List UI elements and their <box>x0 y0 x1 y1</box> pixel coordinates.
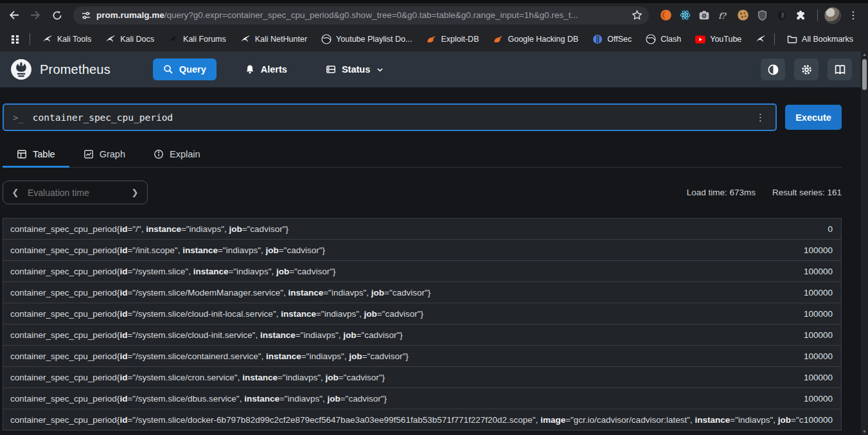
prometheus-header: Prometheus Query Alerts Status <box>0 51 861 87</box>
bookmark-label: Kali Docs <box>120 35 154 44</box>
scroll-up-icon[interactable]: ▲ <box>862 51 867 58</box>
series-value: 100000 <box>804 330 833 340</box>
scroll-down-icon[interactable]: ▼ <box>862 429 867 435</box>
all-bookmarks-button[interactable]: All Bookmarks <box>781 31 859 47</box>
series-selector: container_spec_cpu_period{id="/system.sl… <box>10 373 804 382</box>
site-settings-icon[interactable] <box>81 10 91 21</box>
bookmarks-bar: Kali ToolsKali DocsKali ForumsKali NetHu… <box>0 27 868 51</box>
series-value: 100000 <box>804 245 833 255</box>
bookmark-item[interactable]: Exploit-DB <box>420 31 484 47</box>
react-atom-icon[interactable] <box>678 9 691 22</box>
back-button[interactable] <box>4 6 23 25</box>
browser-menu-button[interactable]: ⋮ <box>844 6 863 25</box>
tab-graph[interactable]: Graph <box>69 143 139 167</box>
expression-text[interactable]: container_spec_cpu_period <box>33 112 753 123</box>
bookmark-item[interactable]: Kali Linux <box>750 31 768 47</box>
table-row: container_spec_cpu_period{id="/", instan… <box>3 218 842 240</box>
nav-alerts[interactable]: Alerts <box>235 58 297 80</box>
forward-button[interactable] <box>26 6 45 25</box>
table-row: container_spec_cpu_period{id="/system.sl… <box>3 324 842 346</box>
nav-status[interactable]: Status <box>315 58 394 80</box>
prometheus-page: Prometheus Query Alerts Status <box>0 51 868 435</box>
table-row: container_spec_cpu_period{id="/system.sl… <box>3 409 842 431</box>
result-series: Result series: 161 <box>772 188 842 197</box>
theme-toggle-button[interactable] <box>761 58 785 80</box>
time-forward-icon[interactable]: ❯ <box>130 188 139 197</box>
series-selector: container_spec_cpu_period{id="/system.sl… <box>10 351 804 361</box>
panel-controls: ❮ Evaluation time ❯ Load time: 673ms Res… <box>3 181 842 204</box>
series-value: 100000 <box>804 267 833 276</box>
profile-avatar[interactable] <box>824 7 841 24</box>
orange-comet-icon[interactable] <box>659 9 672 22</box>
bookmark-label: Youtube Playlist Do... <box>336 35 412 44</box>
series-selector: container_spec_cpu_period{id="/", instan… <box>10 224 828 234</box>
bookmark-item[interactable]: Kali NetHunter <box>235 31 313 47</box>
bookmark-label: Google Hacking DB <box>508 35 578 44</box>
table-row: container_spec_cpu_period{id="/system.sl… <box>3 387 842 409</box>
series-selector: container_spec_cpu_period{id="/system.sl… <box>10 330 804 340</box>
cookie-icon[interactable] <box>736 9 749 22</box>
series-value: 100000 <box>804 309 833 319</box>
expression-input[interactable]: >_ container_spec_cpu_period ⋮ <box>3 103 777 131</box>
bookmark-item[interactable]: Google Hacking DB <box>487 31 584 47</box>
table-row: container_spec_cpu_period{id="/system.sl… <box>3 281 842 303</box>
series-value: 100000 <box>804 351 833 361</box>
bookmark-item[interactable]: Youtube Playlist Do... <box>315 31 418 47</box>
offsec-icon <box>592 34 603 44</box>
execute-button[interactable]: Execute <box>785 105 842 130</box>
nav-query[interactable]: Query <box>153 58 217 80</box>
url-host: prom.rumalg.me <box>96 10 164 20</box>
series-value: 100000 <box>804 288 833 297</box>
tab-table[interactable]: Table <box>3 143 69 167</box>
bookmarks-divider-right <box>774 33 775 45</box>
series-value: 100000 <box>804 415 833 425</box>
evaluation-time-input[interactable]: Evaluation time <box>28 188 130 198</box>
extension-icons: f? <box>655 9 811 22</box>
reload-button[interactable] <box>48 6 67 25</box>
bookmark-item[interactable]: Kali Tools <box>37 31 97 47</box>
input-menu-icon[interactable]: ⋮ <box>753 112 768 123</box>
bookmark-label: OffSec <box>607 35 632 44</box>
table-row: container_spec_cpu_period{id="/system.sl… <box>3 345 842 367</box>
bookmark-star-icon[interactable] <box>632 10 642 21</box>
bookmark-item[interactable]: Clash <box>640 31 687 47</box>
page-scrollbar[interactable]: ▲ ▼ <box>861 51 868 435</box>
shield-gray-icon[interactable] <box>756 9 768 22</box>
time-back-icon[interactable]: ❮ <box>11 188 20 197</box>
bookmark-item[interactable]: Kali Forums <box>163 31 232 47</box>
tab-explain-label: Explain <box>170 149 200 159</box>
all-bookmarks-label: All Bookmarks <box>802 35 853 44</box>
bookmark-item[interactable]: Kali Docs <box>100 31 160 47</box>
toolbar-divider <box>817 10 818 21</box>
chevron-down-icon <box>376 66 384 74</box>
browser-toolbar: prom.rumalg.me/query?g0.expr=container_s… <box>0 3 868 27</box>
bookmark-label: Kali Tools <box>57 35 91 44</box>
tab-explain[interactable]: Explain <box>139 143 215 167</box>
bookmark-label: YouTube <box>710 35 741 44</box>
server-stack-icon <box>326 64 336 75</box>
bookmark-label: Kali Forums <box>183 35 226 44</box>
url-text: prom.rumalg.me/query?g0.expr=container_s… <box>96 10 626 20</box>
table-icon <box>17 149 27 159</box>
shield-dark-icon[interactable] <box>775 9 788 22</box>
evaluation-time-control[interactable]: ❮ Evaluation time ❯ <box>3 181 148 204</box>
docs-book-button[interactable] <box>828 58 852 80</box>
bookmark-item[interactable]: OffSec <box>587 31 637 47</box>
series-selector: container_spec_cpu_period{id="/system.sl… <box>10 309 804 319</box>
bookmark-item[interactable]: YouTube <box>689 31 747 47</box>
bookmarks-divider-left <box>30 33 30 45</box>
table-row: container_spec_cpu_period{id="/init.scop… <box>3 239 842 261</box>
result-tabs: Table Graph Explain <box>3 143 842 168</box>
puzzle-extensions-icon[interactable] <box>794 9 807 22</box>
series-value: 100000 <box>804 373 833 382</box>
scrollbar-thumb[interactable] <box>862 59 867 90</box>
kali-dragon-icon <box>756 34 766 44</box>
url-bar[interactable]: prom.rumalg.me/query?g0.expr=container_s… <box>73 6 649 24</box>
f-question-icon[interactable]: f? <box>717 9 730 22</box>
camera-icon[interactable] <box>698 9 711 22</box>
kali-dragon-icon <box>42 34 53 44</box>
apps-grid-icon[interactable] <box>6 31 23 48</box>
prompt-icon: >_ <box>13 112 24 123</box>
settings-gear-button[interactable] <box>794 58 819 80</box>
info-icon <box>154 149 164 159</box>
